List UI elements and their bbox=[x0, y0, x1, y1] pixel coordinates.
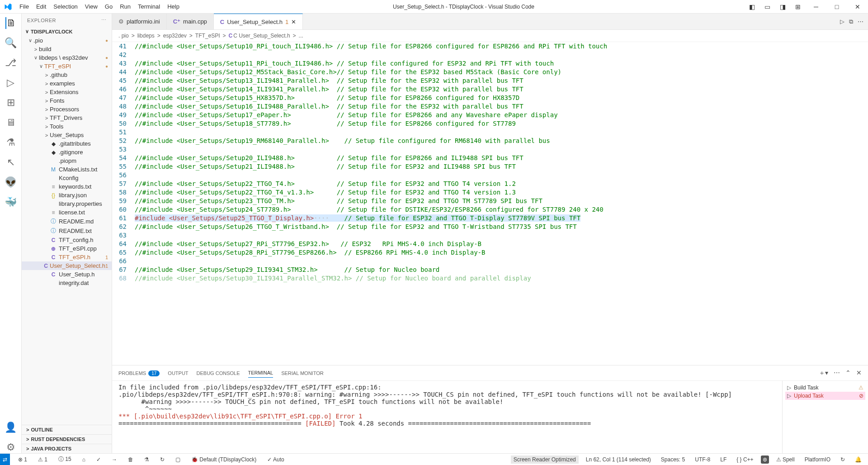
status-warnings[interactable]: ⚠ 1 bbox=[35, 456, 50, 463]
tree-item[interactable]: .piopm bbox=[22, 157, 112, 165]
new-terminal-icon[interactable]: ＋▾ bbox=[819, 369, 828, 377]
settings-icon[interactable]: ⚙ bbox=[6, 441, 15, 453]
tree-item[interactable]: CTFT_eSPI.h1 bbox=[22, 253, 112, 261]
cursor-pos[interactable]: Ln 62, Col 1 (114 selected) bbox=[583, 456, 654, 463]
tree-item[interactable]: ∨libdeps \ esp32dev● bbox=[22, 53, 112, 62]
extensions-icon[interactable]: ⊞ bbox=[7, 97, 15, 109]
close-panel-icon[interactable]: ✕ bbox=[856, 369, 862, 377]
menu-file[interactable]: File bbox=[16, 1, 33, 12]
scm-icon[interactable]: ⎇ bbox=[5, 57, 16, 69]
explorer-icon[interactable]: 🗎 bbox=[5, 17, 16, 29]
breadcrumb[interactable]: . pio>libdeps>esp32dev>TFT_eSPI>CC User_… bbox=[112, 30, 868, 42]
tree-item[interactable]: >examples bbox=[22, 79, 112, 88]
tree-item[interactable]: MCMakeLists.txt bbox=[22, 165, 112, 174]
tree-item[interactable]: integrity.dat bbox=[22, 279, 112, 287]
more-icon[interactable]: ⋯ bbox=[858, 18, 863, 25]
debug-tab[interactable]: DEBUG CONSOLE bbox=[197, 369, 240, 378]
layout-btn2[interactable]: ▭ bbox=[760, 3, 775, 10]
tree-item[interactable]: {}library.json bbox=[22, 191, 112, 199]
tab-platformio[interactable]: ⚙platformio.ini bbox=[112, 14, 167, 29]
upload-task[interactable]: ▷Upload Task⊘ bbox=[785, 392, 865, 400]
output-tab[interactable]: OUTPUT bbox=[168, 369, 188, 378]
maximize-panel-icon[interactable]: ⌃ bbox=[845, 369, 851, 377]
maximize-btn[interactable]: □ bbox=[826, 3, 847, 10]
status-flask[interactable]: ⚗ bbox=[142, 456, 152, 463]
java-section[interactable]: >JAVA PROJECTS bbox=[22, 444, 112, 453]
split-icon[interactable]: ⧉ bbox=[849, 18, 853, 25]
spell[interactable]: ⚠ Spell bbox=[774, 456, 797, 463]
tree-item[interactable]: >build bbox=[22, 45, 112, 53]
pio-icon[interactable]: 👽 bbox=[5, 176, 17, 188]
tree-item[interactable]: >User_Setups bbox=[22, 131, 112, 139]
tree-item[interactable]: ≡keywords.txt bbox=[22, 182, 112, 191]
build-task[interactable]: ▷Build Task⚠ bbox=[785, 384, 865, 392]
close-tab-icon[interactable]: ✕ bbox=[291, 19, 296, 25]
problems-tab[interactable]: PROBLEMS 17 bbox=[118, 369, 160, 378]
remote-icon[interactable]: 🖥 bbox=[6, 117, 16, 128]
eol[interactable]: LF bbox=[717, 456, 729, 463]
minimize-btn[interactable]: ─ bbox=[806, 3, 826, 10]
status-refresh[interactable]: ↻ bbox=[157, 456, 167, 463]
tree-item[interactable]: >.github bbox=[22, 71, 112, 79]
bell-icon[interactable]: 🔔 bbox=[852, 456, 864, 463]
terminal-output[interactable]: In file included from .pio/libdeps/esp32… bbox=[112, 381, 782, 453]
menu-run[interactable]: Run bbox=[116, 1, 134, 12]
screen-reader[interactable]: Screen Reader Optimized bbox=[511, 456, 579, 464]
cursor-icon[interactable]: ↖ bbox=[7, 157, 15, 168]
menu-view[interactable]: View bbox=[81, 1, 101, 12]
more-icon[interactable]: ⋯ bbox=[101, 17, 107, 23]
menu-selection[interactable]: Selection bbox=[50, 1, 81, 12]
tree-item[interactable]: CUser_Setup_Select.h1 bbox=[22, 261, 112, 270]
tree-item[interactable]: ∨.pio● bbox=[22, 36, 112, 45]
tree-item[interactable]: ◆.gitattributes bbox=[22, 139, 112, 148]
tree-item[interactable]: >Extensions bbox=[22, 88, 112, 96]
status-target[interactable]: 🐞 Default (TDisplayClock) bbox=[189, 456, 259, 463]
rust-section[interactable]: >RUST DEPENDENCIES bbox=[22, 434, 112, 444]
platformio[interactable]: PlatformIO bbox=[802, 456, 833, 463]
tree-item[interactable]: CUser_Setup.h bbox=[22, 270, 112, 279]
tree-item[interactable]: >Fonts bbox=[22, 96, 112, 105]
serial-tab[interactable]: SERIAL MONITOR bbox=[281, 369, 324, 378]
tree-item[interactable]: >Tools bbox=[22, 122, 112, 131]
outline-section[interactable]: >OUTLINE bbox=[22, 425, 112, 434]
debug-icon[interactable]: ▷ bbox=[7, 77, 14, 89]
tab-usersetup[interactable]: CUser_Setup_Select.h1✕ bbox=[214, 14, 303, 29]
tree-item[interactable]: Kconfig bbox=[22, 174, 112, 182]
encoding[interactable]: UTF-8 bbox=[692, 456, 713, 463]
tree-item[interactable]: ⓘREADME.txt bbox=[22, 226, 112, 236]
status-auto[interactable]: ✓ Auto bbox=[264, 456, 287, 463]
tree-item[interactable]: >TFT_Drivers bbox=[22, 114, 112, 122]
code-editor[interactable]: 41//#include <User_Setups/Setup10_RPi_to… bbox=[112, 42, 868, 365]
indent[interactable]: Spaces: 5 bbox=[658, 456, 688, 463]
run-icon[interactable]: ▷ bbox=[840, 18, 844, 25]
tree-item[interactable]: ⓘREADME.md bbox=[22, 217, 112, 226]
terminal-tab[interactable]: TERMINAL bbox=[248, 368, 274, 378]
status-check[interactable]: ✓ bbox=[94, 456, 104, 463]
menu-go[interactable]: Go bbox=[101, 1, 116, 12]
tree-item[interactable]: library.properties bbox=[22, 199, 112, 208]
copilot[interactable]: ⊛ bbox=[761, 456, 769, 464]
tree-item[interactable]: >Processors bbox=[22, 105, 112, 114]
remote-indicator[interactable]: ⇄ bbox=[0, 454, 10, 465]
more-icon[interactable]: ⋯ bbox=[834, 369, 840, 377]
status-info[interactable]: ⓘ 15 bbox=[56, 456, 74, 463]
menu-edit[interactable]: Edit bbox=[33, 1, 50, 12]
tree-item[interactable]: ◆.gitignore bbox=[22, 148, 112, 157]
docker-icon[interactable]: 🐳 bbox=[5, 196, 17, 208]
layout-btn4[interactable]: ⊞ bbox=[790, 3, 806, 10]
lang[interactable]: { } C++ bbox=[734, 456, 756, 463]
tree-item[interactable]: CTFT_config.h bbox=[22, 236, 112, 244]
menu-help[interactable]: Help bbox=[164, 1, 183, 12]
tree-item[interactable]: ∨TFT_eSPI● bbox=[22, 62, 112, 71]
status-arrow[interactable]: → bbox=[109, 456, 120, 463]
tab-main[interactable]: C⁺main.cpp bbox=[167, 14, 214, 29]
search-icon[interactable]: 🔍 bbox=[5, 37, 17, 49]
menu-terminal[interactable]: Terminal bbox=[134, 1, 164, 12]
status-home[interactable]: ⌂ bbox=[80, 456, 88, 463]
close-btn[interactable]: ✕ bbox=[847, 3, 868, 10]
tree-item[interactable]: ⊕TFT_eSPI.cpp bbox=[22, 244, 112, 253]
account-icon[interactable]: 👤 bbox=[5, 422, 17, 433]
status-box[interactable]: ▢ bbox=[173, 456, 183, 463]
status-trash[interactable]: 🗑 bbox=[125, 456, 136, 463]
sync[interactable]: ↻ bbox=[838, 456, 848, 463]
